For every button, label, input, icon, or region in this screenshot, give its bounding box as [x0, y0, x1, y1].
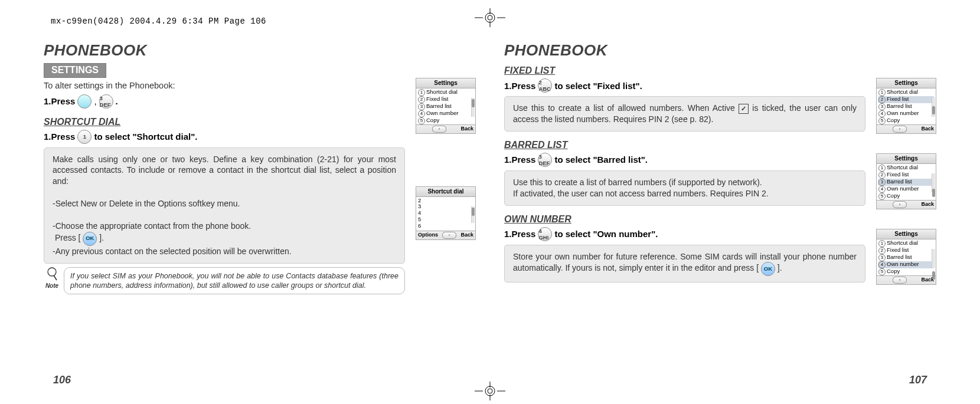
shortcut-step1: 1.Press 1 to select "Shortcut dial". — [44, 130, 405, 144]
phone-screenshot-settings: Settings 1Shortcut dial 2Fixed list 3Bar… — [416, 78, 476, 134]
key-4-icon: 4 GHI — [538, 227, 552, 241]
nav-icon: ◦ — [893, 126, 907, 133]
header-print-info: mx-c99en(0428) 2004.4.29 6:34 PM Page 10… — [51, 17, 266, 26]
key-1-icon: 1 — [77, 130, 92, 144]
sim-note: If you select SIM as your Phonebook, you… — [64, 267, 405, 295]
page-left: PHONEBOOK SETTINGS To alter settings in … — [44, 41, 476, 369]
ok-key-icon: OK — [83, 232, 97, 246]
svg-point-12 — [485, 386, 495, 396]
nav-icon: ◦ — [442, 232, 456, 239]
shortcut-dial-heading: SHORTCUT DIAL — [44, 117, 405, 127]
crop-mark-top — [475, 8, 505, 27]
key-3-icon: 3 DEF — [538, 153, 552, 167]
svg-line-7 — [54, 275, 57, 280]
nav-icon: ◦ — [893, 201, 907, 208]
phone-screenshot-barred: Settings 1Shortcut dial 2Fixed list 3Bar… — [876, 153, 936, 209]
fixed-info-box: Use this to create a list of allowed num… — [504, 96, 865, 132]
page-title-right: PHONEBOOK — [504, 41, 865, 60]
shortcut-info-box: Make calls using only one or two keys. D… — [44, 147, 405, 264]
settings-intro: To alter settings in the Phonebook: — [44, 80, 405, 92]
crop-mark-bottom — [475, 382, 505, 400]
nav-icon: ◦ — [432, 126, 446, 133]
barred-list-heading: BARRED LIST — [504, 140, 865, 150]
page-title-left: PHONEBOOK — [44, 41, 405, 60]
svg-point-4 — [485, 13, 495, 22]
svg-point-6 — [48, 268, 56, 276]
own-number-heading: OWN NUMBER — [504, 214, 865, 225]
barred-info-box: Use this to create a list of barred numb… — [504, 170, 865, 206]
settings-tag: SETTINGS — [44, 63, 106, 78]
key-3-icon: 3 DEF — [99, 94, 113, 109]
phone-screenshot-shortcut: Shortcut dial 2 3 4 5 6 Options◦Back — [416, 186, 476, 240]
svg-point-13 — [488, 389, 492, 393]
own-step1: 1.Press 4 GHI to select "Own number". — [504, 227, 865, 241]
barred-step1: 1.Press 3 DEF to select "Barred list". — [504, 153, 865, 167]
phone-screenshot-fixed: Settings 1Shortcut dial 2Fixed list 3Bar… — [876, 78, 936, 134]
page-number-right: 107 — [909, 374, 927, 386]
svg-point-5 — [488, 15, 492, 20]
globe-key-icon — [77, 94, 92, 109]
phone-screenshot-own: Settings 1Shortcut dial 2Fixed list 3Bar… — [876, 229, 936, 285]
nav-icon: ◦ — [893, 277, 907, 284]
ok-key-icon: OK — [761, 262, 775, 276]
checkbox-checked-icon: ✓ — [739, 104, 749, 114]
settings-step1: 1.Press , 3 DEF . — [44, 94, 405, 109]
own-info-box: Store your own number for future referen… — [504, 245, 865, 283]
fixed-step1: 1.Press 2 ABC to select "Fixed list". — [504, 78, 865, 93]
fixed-list-heading: FIXED LIST — [504, 65, 865, 76]
page-right: PHONEBOOK FIXED LIST 1.Press 2 ABC to se… — [504, 41, 936, 369]
page-number-left: 106 — [53, 374, 71, 386]
key-2-icon: 2 ABC — [538, 78, 552, 93]
note-icon: Note — [44, 267, 60, 289]
